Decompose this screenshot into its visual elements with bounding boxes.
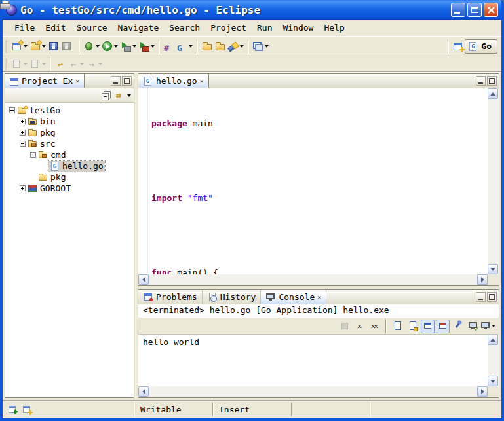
scroll-right-button[interactable]	[477, 386, 488, 397]
expand-toggle-icon[interactable]	[20, 119, 26, 124]
scroll-left-button[interactable]	[138, 274, 149, 285]
arrow-left-icon	[142, 389, 145, 394]
back-button[interactable]: ←	[67, 56, 85, 72]
minimize-view-button[interactable]	[476, 76, 486, 86]
minimize-button[interactable]	[451, 3, 465, 17]
pin-console-button[interactable]	[451, 320, 465, 333]
toolbar-grip[interactable]	[5, 58, 7, 71]
menu-window[interactable]: Window	[277, 21, 319, 35]
scroll-left-button[interactable]	[138, 386, 149, 397]
tree-item-src-pkg[interactable]: pkg	[5, 172, 134, 183]
menu-search[interactable]: Search	[164, 21, 205, 35]
scroll-down-button[interactable]	[488, 376, 498, 386]
display-console-button[interactable]: ✓	[466, 320, 480, 333]
toolbar-separator	[248, 39, 249, 54]
tree-item-cmd[interactable]: cmd	[5, 149, 134, 160]
console-horizontal-scrollbar[interactable]	[138, 386, 488, 397]
tab-problems[interactable]: Problems	[138, 290, 203, 304]
tree-item-goroot[interactable]: GOROOT	[5, 183, 134, 194]
tree-item-hello-go[interactable]: G hello.go	[5, 160, 134, 172]
new-project-button[interactable]	[29, 39, 47, 54]
open-resource-button[interactable]	[201, 39, 214, 54]
menu-edit[interactable]: Edit	[40, 21, 71, 35]
scroll-down-button[interactable]	[488, 264, 498, 274]
maximize-view-button[interactable]	[487, 76, 497, 86]
tree-item-bin[interactable]: bin	[5, 116, 134, 127]
team-sync-button[interactable]	[252, 39, 270, 54]
editor-horizontal-scrollbar[interactable]	[138, 274, 488, 285]
editor-vertical-scrollbar[interactable]	[488, 88, 499, 274]
scroll-up-button[interactable]	[488, 335, 498, 345]
run-external-button[interactable]	[119, 39, 138, 54]
remove-all-launches-button[interactable]: ✕✕	[368, 320, 381, 333]
selected-tree-item[interactable]: G hello.go	[48, 161, 105, 172]
menu-source[interactable]: Source	[71, 21, 113, 35]
open-console-button[interactable]	[481, 320, 495, 333]
go-perspective-button[interactable]: G Go	[465, 39, 497, 54]
code-area[interactable]: package main import "fmt" func main() { …	[138, 88, 488, 274]
console-output-area[interactable]: hello world	[138, 335, 499, 397]
link-with-editor-icon[interactable]: ⇄	[113, 90, 124, 101]
expand-toggle-icon[interactable]	[20, 185, 26, 191]
forward-button[interactable]: →	[85, 56, 104, 72]
tab-console[interactable]: Console ✕	[261, 290, 326, 304]
save-all-button[interactable]	[60, 39, 73, 54]
previous-annotation-button[interactable]	[29, 56, 47, 72]
menu-help[interactable]: Help	[319, 21, 349, 35]
debug-button[interactable]	[83, 39, 101, 54]
collapse-toggle-icon[interactable]	[9, 107, 15, 113]
menu-project[interactable]: Project	[205, 21, 252, 35]
view-menu-icon[interactable]	[127, 94, 131, 97]
close-view-icon[interactable]: ✕	[75, 78, 79, 84]
close-tab-icon[interactable]: ✕	[200, 78, 204, 84]
open-type-button[interactable]	[214, 39, 227, 54]
tree-item-testgo[interactable]: testGo	[5, 105, 134, 116]
new-wizard-button[interactable]	[10, 39, 29, 54]
print-button[interactable]	[73, 39, 76, 54]
tree-item-src[interactable]: src	[5, 138, 134, 149]
open-perspective-button[interactable]	[452, 39, 465, 54]
tree-item-pkg[interactable]: pkg	[5, 127, 134, 138]
toolbar-grip[interactable]	[5, 40, 7, 53]
scroll-right-button[interactable]	[477, 274, 488, 285]
close-view-icon[interactable]: ✕	[317, 294, 321, 301]
toolbar-separator	[448, 39, 449, 54]
terminate-button[interactable]	[338, 320, 351, 333]
run-button[interactable]	[101, 39, 119, 54]
minimize-view-button[interactable]	[111, 76, 121, 86]
maximize-button[interactable]	[467, 3, 482, 17]
menu-file[interactable]: File	[9, 21, 40, 35]
menu-navigate[interactable]: Navigate	[113, 21, 165, 35]
save-button[interactable]	[47, 39, 60, 54]
fast-view-icon[interactable]	[8, 405, 18, 415]
show-stderr-button[interactable]	[436, 320, 450, 333]
window-plus-icon[interactable]	[22, 405, 33, 415]
remove-launch-button[interactable]: ✕	[353, 320, 366, 333]
external-tools-button[interactable]	[138, 39, 156, 54]
maximize-view-button[interactable]	[487, 292, 497, 302]
minimize-view-button[interactable]	[476, 292, 486, 302]
menu-run[interactable]: Run	[252, 21, 277, 35]
collapse-all-icon[interactable]	[100, 90, 111, 101]
new-go-element-button[interactable]: G	[176, 39, 194, 54]
close-button[interactable]	[484, 3, 498, 17]
tab-hello-go[interactable]: G hello.go ✕	[138, 74, 209, 88]
collapse-toggle-icon[interactable]	[30, 152, 36, 158]
scroll-up-button[interactable]	[488, 88, 498, 99]
pin-icon	[453, 321, 463, 331]
next-annotation-button[interactable]	[10, 56, 29, 72]
scroll-lock-button[interactable]	[406, 320, 419, 333]
show-stdout-button[interactable]	[421, 320, 435, 333]
collapse-toggle-icon[interactable]	[20, 141, 26, 147]
console-vertical-scrollbar[interactable]	[488, 335, 499, 386]
tab-history[interactable]: History	[203, 290, 262, 304]
forward-arrow-icon: →	[87, 59, 97, 69]
search-button[interactable]	[227, 39, 245, 54]
tab-project-explorer[interactable]: Project Ex ✕	[5, 74, 85, 88]
clear-console-button[interactable]	[391, 320, 404, 333]
toolbar-separator	[197, 39, 198, 54]
new-go-package-button[interactable]: #	[163, 39, 176, 54]
maximize-view-button[interactable]	[122, 76, 132, 86]
last-edit-location-button[interactable]: ↩	[54, 56, 67, 72]
expand-toggle-icon[interactable]	[20, 130, 26, 136]
